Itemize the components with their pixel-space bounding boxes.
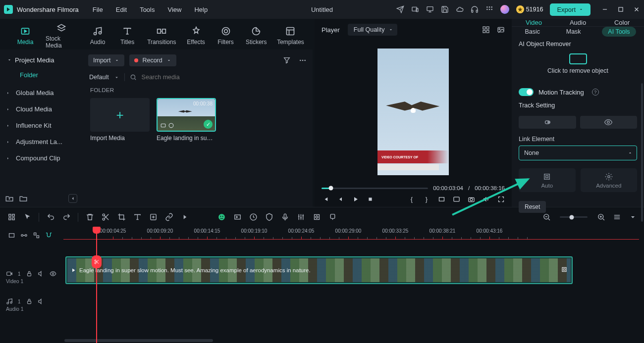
- quality-icon[interactable]: [452, 195, 460, 203]
- effects-tool-icon[interactable]: [233, 213, 242, 222]
- crop-icon[interactable]: [117, 213, 126, 222]
- tab-audio[interactable]: Audio: [84, 23, 111, 49]
- sort-default[interactable]: Default: [89, 74, 109, 81]
- reset-button[interactable]: Reset: [519, 201, 546, 213]
- tab-color[interactable]: Color: [600, 19, 644, 26]
- shield-icon[interactable]: [265, 213, 273, 222]
- sidebar-item-adjustment-layer[interactable]: Adjustment La...: [0, 134, 82, 150]
- devices-icon[interactable]: [411, 5, 419, 13]
- lock-icon[interactable]: [26, 270, 33, 277]
- text-icon[interactable]: [133, 213, 142, 222]
- minimize-button[interactable]: [601, 6, 608, 13]
- subtab-ai-tools[interactable]: AI Tools: [602, 27, 636, 37]
- speed-tool-icon[interactable]: [249, 213, 258, 222]
- filter-icon[interactable]: [283, 56, 291, 64]
- lock-icon[interactable]: [26, 298, 33, 305]
- mark-in-icon[interactable]: {: [408, 195, 416, 203]
- add-track-icon[interactable]: [149, 213, 158, 222]
- thumb-eagle-clip[interactable]: 00:00:38 ✓ Eagle landing in super...: [157, 98, 216, 142]
- sidebar-item-cloud-media[interactable]: Cloud Media: [0, 101, 82, 117]
- track-mode-box[interactable]: [519, 116, 576, 129]
- thumb-import[interactable]: + Import Media: [90, 98, 150, 142]
- export-button[interactable]: Export: [550, 3, 590, 16]
- help-icon[interactable]: ?: [592, 89, 599, 96]
- tab-transitions[interactable]: Transitions: [144, 23, 180, 49]
- tab-stickers[interactable]: Stickers: [242, 23, 270, 49]
- tab-titles[interactable]: Titles: [114, 23, 141, 49]
- auto-track-button[interactable]: Auto: [519, 168, 576, 192]
- aspect-icon[interactable]: [437, 195, 445, 203]
- image-icon[interactable]: [497, 26, 505, 34]
- track-lane-area[interactable]: Eagle landing in super slow motion. Must…: [63, 244, 644, 338]
- menu-file[interactable]: File: [93, 6, 103, 13]
- zoom-slider[interactable]: [560, 216, 588, 218]
- bin-icon[interactable]: [19, 194, 28, 203]
- subtab-mask[interactable]: Mask: [561, 27, 586, 37]
- redo-icon[interactable]: [62, 213, 71, 222]
- track-magnet-icon[interactable]: [45, 232, 53, 239]
- menu-help[interactable]: Help: [194, 6, 208, 13]
- properties-scrollbar[interactable]: [641, 83, 643, 222]
- apps-icon[interactable]: [485, 5, 493, 13]
- timeline-scrollbar[interactable]: [0, 338, 644, 343]
- track-link2-icon[interactable]: [20, 232, 28, 239]
- menu-edit[interactable]: Edit: [116, 6, 127, 13]
- tab-media[interactable]: Media: [12, 23, 39, 49]
- record-dropdown[interactable]: Record: [129, 54, 176, 66]
- video-frame[interactable]: VIDEO COURTESY OF: [315, 41, 512, 183]
- track-mode-eye[interactable]: [580, 116, 638, 129]
- tab-filters[interactable]: Filters: [213, 23, 239, 49]
- undo-icon[interactable]: [46, 213, 55, 222]
- grid-icon[interactable]: [482, 26, 490, 34]
- send-icon[interactable]: [396, 5, 404, 13]
- snapshot-icon[interactable]: [467, 195, 475, 203]
- stop-button[interactable]: [366, 195, 374, 203]
- sidebar-item-influence-kit[interactable]: Influence Kit: [0, 117, 82, 134]
- video-clip[interactable]: Eagle landing in super slow motion. Must…: [65, 256, 573, 284]
- motion-tracking-toggle[interactable]: [519, 88, 534, 96]
- keyframe-icon[interactable]: [312, 213, 321, 222]
- link-icon[interactable]: [164, 213, 173, 222]
- track-lock-icon[interactable]: [8, 232, 15, 239]
- mute-icon[interactable]: [38, 270, 45, 277]
- mark-out-icon[interactable]: }: [423, 195, 430, 203]
- tab-audio[interactable]: Audio: [556, 19, 600, 26]
- save-icon[interactable]: [441, 5, 449, 13]
- volume-icon[interactable]: [482, 195, 490, 203]
- delete-icon[interactable]: [85, 213, 94, 222]
- marker-icon[interactable]: [328, 213, 337, 222]
- import-dropdown[interactable]: Import: [88, 54, 124, 66]
- quality-dropdown[interactable]: Full Quality: [348, 24, 398, 36]
- more-icon[interactable]: [299, 56, 307, 64]
- mixer-icon[interactable]: [296, 213, 305, 222]
- menu-view[interactable]: View: [167, 6, 181, 13]
- tl-grid-icon[interactable]: [7, 213, 16, 222]
- timeline-ruler[interactable]: 00:00:04:2500:00:09:2000:00:14:1500:00:1…: [63, 227, 644, 244]
- fullscreen-icon[interactable]: [497, 195, 505, 203]
- scissors-icon[interactable]: [101, 213, 110, 222]
- maximize-button[interactable]: [617, 6, 624, 13]
- cloud-icon[interactable]: [456, 5, 464, 13]
- user-avatar[interactable]: [500, 5, 509, 14]
- eye-icon[interactable]: [50, 270, 56, 277]
- ai-object-remover-action[interactable]: Click to remove object: [512, 51, 644, 79]
- track-header-audio1[interactable]: 1 Audio 1: [0, 291, 63, 319]
- sidebar-item-compound-clip[interactable]: Compound Clip: [0, 150, 82, 166]
- collapse-sidebar-icon[interactable]: [68, 194, 77, 203]
- menu-tools[interactable]: Tools: [140, 6, 155, 13]
- ai-tool-icon[interactable]: [217, 213, 226, 222]
- tab-stock-media[interactable]: Stock Media: [42, 20, 81, 52]
- coin-balance[interactable]: ★ 51916: [516, 5, 543, 13]
- mic-icon[interactable]: [280, 213, 289, 222]
- track-group-icon[interactable]: [33, 232, 40, 239]
- tab-effects[interactable]: Effects: [183, 23, 210, 49]
- sidebar-primary[interactable]: Project Media: [0, 49, 82, 66]
- tab-templates[interactable]: Templates: [273, 23, 308, 49]
- step-back-button[interactable]: [336, 195, 344, 203]
- subtab-basic[interactable]: Basic: [520, 27, 545, 37]
- search-input[interactable]: [142, 74, 306, 81]
- track-header-video1[interactable]: 1 Video 1: [0, 263, 63, 291]
- advanced-track-button[interactable]: Advanced: [581, 168, 638, 192]
- clip-fx-icon[interactable]: [561, 266, 568, 275]
- play-button[interactable]: [351, 195, 359, 203]
